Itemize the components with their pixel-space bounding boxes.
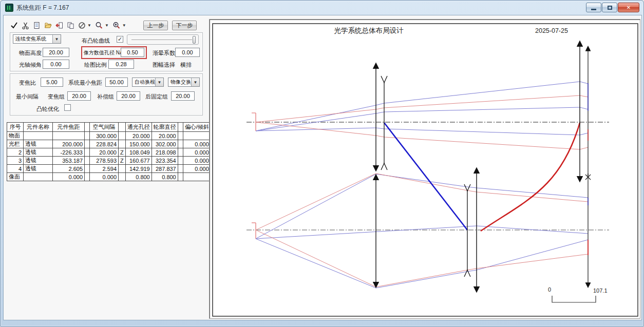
table-cell[interactable]: Z (119, 148, 126, 157)
chevron-down-icon[interactable]: ▼ (105, 23, 109, 28)
table-cell[interactable]: 142.919 (125, 165, 151, 173)
chevron-down-icon[interactable]: ▼ (87, 23, 91, 28)
previous-step-button[interactable]: 上一步 (143, 21, 168, 30)
minimize-icon (591, 9, 596, 10)
minimize-button[interactable] (586, 3, 601, 12)
table-cell[interactable]: 透镜 (24, 165, 53, 173)
slider-thumb[interactable] (193, 36, 196, 44)
table-cell[interactable] (119, 132, 126, 140)
table-cell[interactable]: 300.000 (90, 132, 119, 140)
table-cell[interactable] (183, 173, 211, 181)
cam-curve-blue (384, 123, 467, 230)
next-step-button[interactable]: 下一步 (172, 21, 197, 30)
table-cell[interactable] (178, 173, 183, 181)
root-mode-select[interactable]: 自动换根 ▼ (132, 78, 164, 87)
table-cell[interactable]: 160.677 (125, 157, 151, 165)
rear-group-input[interactable] (171, 91, 195, 101)
chevron-down-icon[interactable]: ▼ (122, 23, 126, 28)
vignetting-input[interactable] (175, 48, 200, 57)
table-cell[interactable] (24, 132, 53, 140)
scale-bar: 0 107.1 (548, 286, 608, 302)
draw-scale-input[interactable] (108, 60, 134, 69)
table-cell[interactable]: 0.800 (151, 173, 178, 181)
table-cell[interactable]: 150.000 (125, 140, 151, 148)
na-input[interactable] (121, 48, 144, 57)
table-cell[interactable]: 0.000 (183, 140, 211, 148)
sheet-select-value: 横排 (180, 61, 192, 69)
zoom-in-icon[interactable] (111, 21, 122, 30)
table-cell[interactable]: 287.837 (151, 165, 178, 173)
table-cell[interactable] (85, 165, 90, 173)
table-cell[interactable]: 353.187 (53, 157, 85, 165)
table-cell[interactable]: 2.594 (90, 165, 119, 173)
table-cell[interactable]: 0.000 (183, 148, 211, 157)
table-cell[interactable] (178, 132, 183, 140)
zoom-ratio-input[interactable] (41, 78, 63, 87)
table-cell[interactable] (178, 165, 183, 173)
table-cell[interactable]: 物面 (7, 132, 24, 140)
table-cell[interactable]: 200.000 (53, 140, 85, 148)
comp-group-input[interactable] (117, 91, 140, 101)
table-cell[interactable]: 0.000 (90, 173, 119, 181)
table-cell[interactable]: 透镜 (24, 148, 53, 157)
table-cell[interactable]: 302.000 (151, 140, 178, 148)
zoom-group-input[interactable] (67, 91, 91, 101)
table-cell[interactable] (85, 148, 90, 157)
table-cell[interactable]: 透镜 (24, 157, 53, 165)
table-cell[interactable] (119, 173, 126, 181)
cam-opt-checkbox[interactable] (64, 104, 71, 111)
table-cell[interactable] (119, 140, 126, 148)
no-draw-icon[interactable] (76, 21, 87, 30)
table-cell[interactable] (178, 140, 183, 148)
table-cell[interactable]: 0.000 (183, 157, 211, 165)
table-cell[interactable]: 228.824 (90, 140, 119, 148)
table-cell[interactable]: 透镜 (24, 140, 53, 148)
min-focal-input[interactable] (105, 78, 128, 87)
cam-position-slider[interactable] (127, 34, 199, 45)
system-type-select[interactable]: 连续变焦系统 ▼ (13, 34, 61, 44)
table-cell[interactable]: 323.354 (151, 157, 178, 165)
cam-curve-checkbox[interactable]: ✓ (117, 36, 123, 43)
table-cell[interactable]: 20.000 (151, 132, 178, 140)
axis-tilt-input[interactable] (43, 60, 69, 69)
table-cell[interactable]: 2 (7, 148, 24, 157)
table-cell[interactable]: 278.593 (90, 157, 119, 165)
exchange-mode-select[interactable]: 物像交换 ▼ (168, 78, 200, 87)
table-cell[interactable] (85, 140, 90, 148)
table-header-cell: 元件焦距 (53, 123, 85, 132)
table-cell[interactable]: 像面 (7, 173, 24, 181)
table-cell[interactable]: -226.333 (53, 148, 85, 157)
table-cell[interactable] (183, 132, 211, 140)
folder-open-icon[interactable] (42, 21, 53, 30)
table-cell[interactable]: 3 (7, 157, 24, 165)
table-cell[interactable]: Z (119, 157, 126, 165)
table-cell[interactable] (178, 157, 183, 165)
table-cell[interactable]: 218.098 (151, 148, 178, 157)
table-cell[interactable]: 0.800 (125, 173, 151, 181)
close-button[interactable]: ✕ (618, 3, 639, 12)
table-cell[interactable]: 108.049 (125, 148, 151, 157)
table-cell[interactable]: 20.000 (125, 132, 151, 140)
title-bar[interactable]: 系统焦距 F = 7.167 (1, 1, 643, 15)
table-cell[interactable]: 0.000 (53, 173, 85, 181)
document-icon[interactable] (31, 21, 42, 30)
table-cell[interactable]: 4 (7, 165, 24, 173)
table-cell[interactable] (119, 165, 126, 173)
table-cell[interactable]: 2.605 (53, 165, 85, 173)
table-cell[interactable]: 0.000 (183, 165, 211, 173)
table-cell[interactable] (24, 173, 53, 181)
table-cell[interactable] (53, 132, 85, 140)
table-cell[interactable]: 光栏 (7, 140, 24, 148)
table-cell[interactable] (178, 148, 183, 157)
zoom-out-icon[interactable] (93, 21, 105, 30)
table-cell[interactable] (85, 173, 90, 181)
export-icon[interactable] (53, 21, 65, 30)
table-cell[interactable] (85, 132, 90, 140)
table-cell[interactable]: 20.000 (90, 148, 119, 157)
check-icon[interactable] (8, 21, 20, 30)
object-height-input[interactable] (43, 48, 69, 57)
copy-icon[interactable] (65, 21, 76, 30)
maximize-button[interactable] (602, 3, 617, 12)
cut-icon[interactable] (20, 21, 31, 30)
table-cell[interactable] (85, 157, 90, 165)
